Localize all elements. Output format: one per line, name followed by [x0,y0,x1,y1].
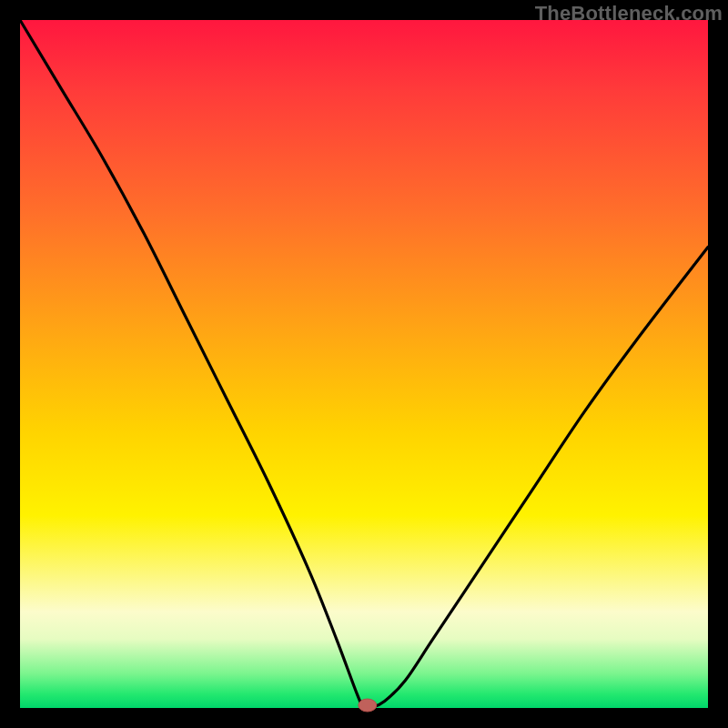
curve-layer [20,20,708,708]
bottleneck-curve [20,20,708,709]
minimum-marker [359,699,377,712]
chart-stage: TheBottleneck.com [0,0,728,728]
plot-area [20,20,708,708]
watermark-text: TheBottleneck.com [535,2,723,25]
